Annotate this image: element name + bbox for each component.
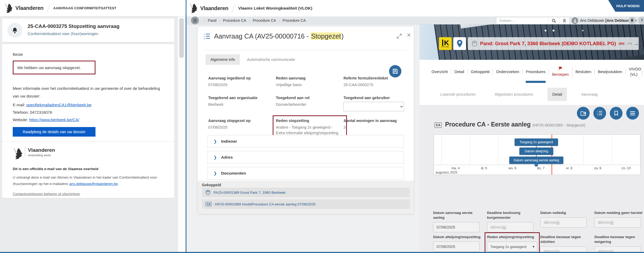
timeline-event-datum-afwijzing[interactable]: Datum afwijzing bbox=[519, 147, 553, 155]
dossier-details-button[interactable]: Raadpleeg de details van uw dossier bbox=[13, 127, 95, 137]
pand-title-truncated-suffix: (PA bbox=[627, 42, 632, 45]
vlok-application: Vlaanderen Vlaams Loket Woningkwaliteit … bbox=[186, 0, 644, 253]
phone-label: Telefoon: bbox=[13, 110, 30, 115]
breadcrumb-procedure-ca-2[interactable]: Procedure CA bbox=[253, 18, 276, 23]
accordion-indiener[interactable]: ❯ Indiener bbox=[207, 135, 404, 148]
datum-melding-geen-herstel-input[interactable] bbox=[594, 217, 641, 227]
contact-email-link[interactable]: specifiekmailadresCA1@bierbeek.be bbox=[26, 103, 92, 107]
person-search-icon[interactable] bbox=[559, 17, 569, 24]
email-scrollbar[interactable] bbox=[178, 16, 185, 253]
tab-automatische-communicatie[interactable]: Automatische communicatie bbox=[242, 54, 300, 65]
website-link[interactable]: https://www.bierbeek.be/CA/ bbox=[29, 117, 79, 122]
svg-text:1: 1 bbox=[204, 33, 205, 35]
datum-aanvraag-eerste-aanleg-input[interactable] bbox=[433, 222, 480, 232]
gekoppeld-procedure-link-row[interactable]: CA HP25-00001969 HoofdProcedure CA eerst… bbox=[202, 199, 410, 209]
gekoppeld-label: Gekoppeld bbox=[202, 183, 221, 187]
field-value: Bierbeek bbox=[208, 102, 272, 107]
svg-text:3: 3 bbox=[597, 114, 598, 116]
kotlabel-caption: KOTLABEL bbox=[441, 46, 449, 48]
svg-text:3: 3 bbox=[204, 38, 205, 40]
email-app-title: AANVRAAG CONFORMITEITSATTEST bbox=[53, 6, 116, 10]
field-reden-stopzetting: Reden stopzetting Andere - Toegang 2x ge… bbox=[276, 119, 342, 136]
recipient-email-link[interactable]: ans.deblauwe@vlaanderen.be bbox=[69, 182, 118, 186]
tab-besluiten[interactable]: Besluiten bbox=[572, 69, 595, 74]
gekoppeld-procedure-link[interactable]: HP25-00001969 HoofdProcedure CA eerste a… bbox=[215, 202, 315, 206]
building-cube-icon bbox=[206, 190, 210, 195]
day-tick: wo. 6 bbox=[498, 166, 526, 170]
aanvraag-status-highlight: Stopgezet bbox=[311, 32, 342, 40]
menu-button[interactable] bbox=[626, 107, 639, 120]
breadcrumb-procedure-ca-3[interactable]: Procedure CA bbox=[282, 18, 306, 23]
tab-overzicht[interactable]: Overzicht bbox=[428, 69, 451, 74]
pand-title: Pand: Groot Park 7, 3360 Bierbeek (DEMO … bbox=[480, 41, 616, 47]
breadcrumb-procedure-ca-1[interactable]: Procedure CA bbox=[223, 18, 246, 23]
reden-afwijzing-stopzetting-select[interactable]: Toegang 2x geweigerd ▼ bbox=[487, 242, 537, 252]
ca-badge-icon: CA bbox=[206, 202, 212, 206]
subtab-aanvraag[interactable]: Aanvraag bbox=[576, 88, 602, 101]
vlaanderen-lion-icon bbox=[4, 3, 13, 13]
tab-bewijsstukken[interactable]: Bewijsstukken bbox=[595, 69, 626, 74]
field-value: 25-CAA-0003275 bbox=[343, 82, 407, 88]
field-aanvraag-ingediend-op: Aanvraag ingediend op 07/08/2025 bbox=[208, 76, 272, 88]
datum-volledig-input[interactable] bbox=[540, 217, 587, 227]
tab-opmerkingen[interactable]: Opmerkingen bbox=[642, 69, 644, 74]
menu-hamburger-icon[interactable] bbox=[191, 16, 199, 24]
search-input[interactable] bbox=[496, 17, 548, 24]
phone-number: 0472316076 bbox=[30, 110, 52, 115]
email-scrollbar-thumb[interactable] bbox=[179, 18, 184, 58]
email-greeting: Beste bbox=[13, 52, 23, 57]
bookmark-icon[interactable] bbox=[628, 17, 636, 24]
user-avatar[interactable] bbox=[572, 17, 578, 24]
email-label: E-mail: bbox=[13, 103, 26, 107]
search-bar bbox=[496, 17, 570, 24]
location-pin-icon[interactable] bbox=[453, 37, 466, 50]
day-tick: zo. 10 bbox=[612, 166, 640, 170]
gekoppeld-pand-link-row[interactable]: PA25-00001389 Groot Park 7, 3360 Bierbee… bbox=[202, 188, 410, 197]
field-label: Datum volledig bbox=[540, 210, 592, 215]
pand-title-wi-suffix: (WI) bbox=[619, 42, 625, 45]
toegekend-aan-gebruiker-select[interactable] bbox=[343, 102, 404, 111]
help-ribbon-button[interactable]: HULP NODIG bbox=[608, 0, 644, 12]
breadcrumb-pand[interactable]: Pand bbox=[208, 18, 216, 23]
datum-afwijzing-stopzetting-input[interactable] bbox=[433, 242, 480, 252]
field-toegekend-aan-rol: Toegekend aan rol Dossierbeheerder bbox=[276, 96, 340, 107]
email-notification-card: 25-CAA-0003275 Stopzetting aanvraag Conf… bbox=[2, 19, 174, 42]
field-datum-afwijzing-stopzetting: Datum afwijzing/stopzetting bbox=[433, 235, 485, 252]
expand-icon[interactable] bbox=[397, 33, 402, 39]
subtab-detail[interactable]: Detail bbox=[547, 88, 567, 101]
field-label: Toegekend aan rol bbox=[276, 96, 340, 100]
tab-detail[interactable]: Detail bbox=[451, 69, 468, 74]
numbered-list-button[interactable]: 123 bbox=[593, 107, 606, 120]
tab-gekoppeld[interactable]: Gekoppeld bbox=[468, 69, 493, 74]
help-icon[interactable]: ? bbox=[638, 17, 644, 24]
field-value: Andere - Toegang 2x geweigerd - Extra in… bbox=[276, 125, 342, 136]
footer-brand-tagline: verbeelding werkt bbox=[28, 154, 55, 157]
email-header: Vlaanderen AANVRAAG CONFORMITEITSATTEST bbox=[0, 0, 186, 16]
documents-folder-button[interactable] bbox=[577, 107, 590, 120]
search-icon[interactable] bbox=[548, 17, 559, 24]
tab-procedures[interactable]: Procedures bbox=[523, 69, 549, 74]
subtab-lopende-procedures[interactable]: Lopende procedures bbox=[436, 88, 480, 101]
ca-badge-icon: CA bbox=[434, 123, 442, 128]
timeline-month-label: augustus 2025 bbox=[436, 171, 457, 174]
procedure-reference: (HP25-00001969 - Stopgezet) bbox=[532, 123, 585, 127]
tab-algemene-info[interactable]: Algemene info bbox=[206, 54, 240, 65]
accordion-label: Adres bbox=[221, 155, 233, 160]
close-icon[interactable]: ✕ bbox=[407, 32, 411, 38]
contact-preferences-link[interactable]: Contactvoorkeuren beheren of uitschrijve… bbox=[13, 192, 80, 196]
accordion-documenten[interactable]: ❯ Documenten bbox=[207, 167, 404, 180]
timeline-event-toegang-geweigerd[interactable]: Toegang 2x geweigerd bbox=[515, 138, 558, 146]
deadline-beslissing-burgemeester-input[interactable] bbox=[487, 222, 533, 232]
tab-vivoo-vl[interactable]: VIVOO (VL) bbox=[626, 66, 642, 77]
vlok-toolbar: › Pand › Procedure CA › Procedure CA › P… bbox=[186, 16, 644, 24]
tab-beroepen[interactable]: Beroepen bbox=[549, 66, 572, 77]
accordion-adres[interactable]: ❯ Adres bbox=[207, 151, 404, 164]
bookmark-button[interactable] bbox=[610, 107, 623, 120]
subtab-afgesloten-procedures[interactable]: Afgesloten procedures bbox=[490, 88, 538, 101]
field-label: Reden afwijzing/stopzetting bbox=[487, 235, 539, 239]
save-button[interactable] bbox=[389, 65, 401, 77]
tab-onderzoeken[interactable]: Onderzoeken bbox=[493, 69, 523, 74]
flag-icon bbox=[552, 66, 569, 72]
gekoppeld-pand-link[interactable]: PA25-00001389 Groot Park 7, 3360 Bierbee… bbox=[214, 191, 285, 195]
kotlabel-logo[interactable]: K KOTLABEL bbox=[439, 37, 452, 50]
